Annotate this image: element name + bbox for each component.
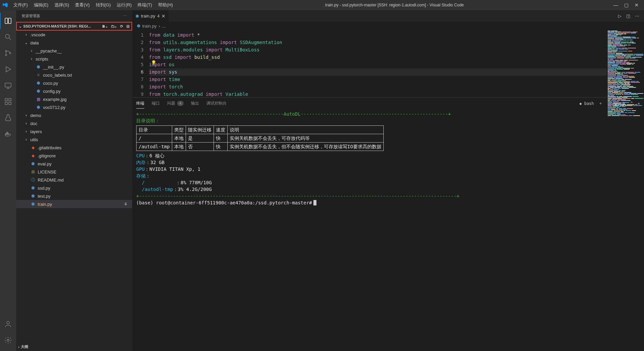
cpu-value: ：6 核心 bbox=[145, 153, 164, 158]
bash-indicator[interactable]: ◆ bash bbox=[579, 101, 594, 106]
code-editor[interactable]: 123456789 from data import *from utils.a… bbox=[132, 30, 644, 97]
maximize-button[interactable]: ▢ bbox=[624, 2, 629, 8]
search-icon[interactable] bbox=[0, 29, 16, 45]
folder-item[interactable]: ›scripts bbox=[16, 55, 132, 63]
folder-root-label: SSD.PYTORCH-MASTER [SSH: REGI... bbox=[23, 24, 101, 28]
tree-item-label: doc bbox=[30, 121, 37, 126]
menu-item[interactable]: 选择(S) bbox=[52, 1, 72, 9]
terminal-prompt: (base) root@container-6ff511900c-ae470a0… bbox=[136, 200, 312, 205]
panel-tab[interactable]: 端口 bbox=[152, 99, 160, 108]
file-item[interactable]: ⬢config.py bbox=[16, 87, 132, 95]
titlebar: 文件(F)编辑(E)选择(S)查看(V)转到(G)运行(R)终端(T)帮助(H)… bbox=[0, 0, 644, 10]
chevron-right-icon: › bbox=[24, 113, 28, 118]
minimize-button[interactable]: — bbox=[613, 2, 618, 8]
remote-explorer-icon[interactable] bbox=[0, 77, 16, 93]
file-item[interactable]: ◆.gitignore bbox=[16, 152, 132, 160]
editor-more-icon[interactable]: ⋯ bbox=[635, 13, 639, 18]
menu-item[interactable]: 转到(G) bbox=[93, 1, 114, 9]
file-item[interactable]: ▦example.jpg bbox=[16, 95, 132, 103]
file-item[interactable]: ⬢test.py bbox=[16, 192, 132, 200]
tab-badge: 4 bbox=[157, 14, 160, 18]
outline-header[interactable]: › 大纲 bbox=[16, 342, 132, 351]
run-debug-icon[interactable] bbox=[0, 61, 16, 77]
panel-tab[interactable]: 输出 bbox=[191, 99, 199, 108]
terminal-output[interactable]: +---------------------------------------… bbox=[132, 109, 644, 351]
docker-icon[interactable] bbox=[0, 126, 16, 142]
panel-tab[interactable]: 问题4 bbox=[167, 99, 184, 108]
extensions-icon[interactable] bbox=[0, 93, 16, 110]
file-item[interactable]: ◆.gitattributes bbox=[16, 144, 132, 152]
breadcrumb-sep: › bbox=[159, 24, 160, 29]
terminal-table: 目录类型随实例迁移速度说明 /本地是快实例关机数据不会丢失，可存放代码等 /au… bbox=[136, 125, 384, 151]
svg-point-1 bbox=[5, 50, 7, 52]
chevron-right-icon: › bbox=[24, 32, 28, 37]
sidebar-more-icon[interactable]: ⋯ bbox=[123, 14, 127, 18]
tree-item-label: coco.py bbox=[43, 81, 58, 86]
chevron-down-icon: ⌄ bbox=[24, 40, 28, 45]
testing-icon[interactable] bbox=[0, 110, 16, 126]
new-file-icon[interactable]: 🗎₊ bbox=[102, 24, 108, 29]
tab-train-py[interactable]: ⬢ train.py 4 ✕ bbox=[132, 10, 169, 22]
py-icon: ⬢ bbox=[36, 81, 41, 85]
explorer-icon[interactable] bbox=[0, 13, 16, 29]
tree-item-label: layers bbox=[30, 129, 42, 134]
minimap[interactable] bbox=[607, 30, 644, 97]
tree-item-label: example.jpg bbox=[43, 97, 67, 102]
breadcrumbs[interactable]: ⬢ train.py › ... bbox=[132, 22, 644, 30]
svg-point-14 bbox=[7, 339, 9, 341]
code-content[interactable]: from data import *from utils.augmentatio… bbox=[149, 30, 607, 97]
menu-item[interactable]: 运行(R) bbox=[114, 1, 134, 9]
tree-item-label: .gitignore bbox=[38, 153, 55, 158]
tab-label: train.py bbox=[141, 13, 155, 18]
file-item[interactable]: ⬢ssd.py bbox=[16, 184, 132, 192]
folder-item[interactable]: ›demo bbox=[16, 111, 132, 119]
panel-tabs: 终端端口问题4输出调试控制台 ◆ bash ＋ ⌄ ◫ 🗑 ^ ✕ bbox=[132, 98, 644, 109]
lightbulb-icon[interactable]: 💡 bbox=[151, 60, 156, 65]
file-item[interactable]: ⬢voc0712.py bbox=[16, 103, 132, 111]
folder-item[interactable]: ›.vscode bbox=[16, 31, 132, 39]
source-control-icon[interactable] bbox=[0, 45, 16, 61]
new-terminal-button[interactable]: ＋ bbox=[599, 101, 603, 106]
folder-item[interactable]: ⌄data bbox=[16, 39, 132, 47]
collapse-all-icon[interactable]: ⊟ bbox=[126, 24, 129, 29]
refresh-icon[interactable]: ⟳ bbox=[120, 24, 123, 29]
folder-item[interactable]: ›layers bbox=[16, 127, 132, 135]
new-folder-icon[interactable]: 🗀₊ bbox=[111, 24, 117, 29]
svg-rect-11 bbox=[8, 133, 9, 134]
file-item[interactable]: ⬢train.py4 bbox=[16, 200, 132, 208]
chevron-right-icon: › bbox=[24, 129, 28, 134]
svg-point-3 bbox=[9, 52, 11, 54]
close-button[interactable]: ✕ bbox=[635, 2, 639, 8]
folder-item[interactable]: ›__pycache__ bbox=[16, 47, 132, 55]
panel: 终端端口问题4输出调试控制台 ◆ bash ＋ ⌄ ◫ 🗑 ^ ✕ +-----… bbox=[132, 97, 644, 351]
sidebar: 资源管理器 ⋯ ⌄ SSD.PYTORCH-MASTER [SSH: REGI.… bbox=[16, 10, 132, 351]
folder-item[interactable]: ›doc bbox=[16, 119, 132, 127]
file-item[interactable]: ⬢eval.py bbox=[16, 160, 132, 168]
svg-rect-10 bbox=[7, 133, 8, 134]
settings-icon[interactable] bbox=[0, 332, 16, 348]
menu-item[interactable]: 终端(T) bbox=[135, 1, 155, 9]
accounts-icon[interactable] bbox=[0, 316, 16, 332]
panel-tab[interactable]: 终端 bbox=[136, 99, 144, 109]
txt-icon: ≡ bbox=[36, 73, 41, 77]
tree-item-label: LICENSE bbox=[38, 169, 56, 174]
panel-tab[interactable]: 调试控制台 bbox=[206, 99, 227, 108]
menu-item[interactable]: 查看(V) bbox=[72, 1, 92, 9]
close-icon[interactable]: ✕ bbox=[161, 13, 165, 19]
split-editor-icon[interactable]: ◫ bbox=[626, 13, 630, 18]
folder-item[interactable]: ›utils bbox=[16, 135, 132, 144]
menu-item[interactable]: 文件(F) bbox=[11, 1, 31, 9]
storage-path-2: /autodl-tmp bbox=[142, 187, 173, 192]
file-item[interactable]: ⓘREADME.md bbox=[16, 176, 132, 184]
menu-item[interactable]: 编辑(E) bbox=[31, 1, 51, 9]
py-icon: ⬢ bbox=[30, 202, 36, 206]
file-item[interactable]: ≡coco_labels.txt bbox=[16, 71, 132, 79]
tree-item-label: eval.py bbox=[38, 161, 51, 166]
menu-item[interactable]: 帮助(H) bbox=[155, 1, 176, 9]
file-item[interactable]: ⬢coco.py bbox=[16, 79, 132, 87]
file-item[interactable]: ⬢__init__.py bbox=[16, 63, 132, 71]
file-item[interactable]: ⚖LICENSE bbox=[16, 168, 132, 176]
folder-root-header[interactable]: ⌄ SSD.PYTORCH-MASTER [SSH: REGI... 🗎₊ 🗀₊… bbox=[16, 22, 132, 31]
run-button[interactable]: ▷ bbox=[618, 13, 621, 18]
storage-val-1: ：8% 778M/10G bbox=[176, 180, 212, 185]
